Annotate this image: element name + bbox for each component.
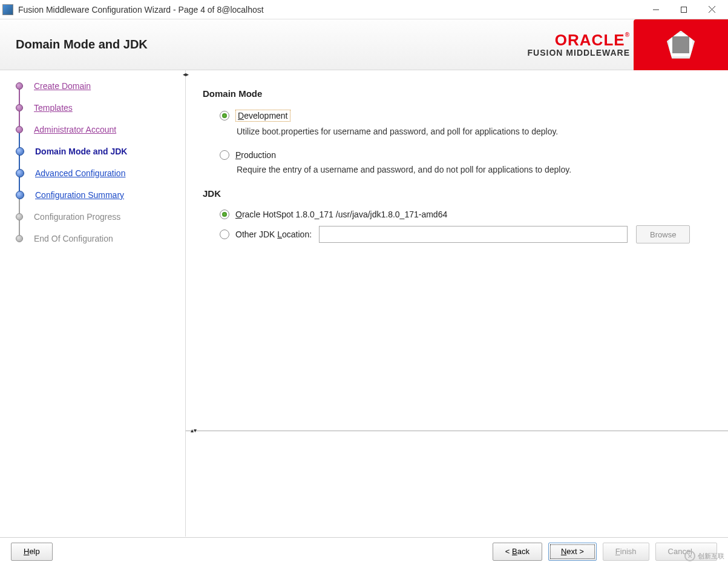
sidebar-step-admin-account[interactable]: Administrator Account: [0, 119, 185, 140]
sidebar-step-config-progress: Configuration Progress: [0, 206, 185, 228]
step-dot-icon: [16, 82, 23, 90]
domain-mode-production-row[interactable]: Production: [220, 150, 711, 160]
domain-mode-development-row[interactable]: Development: [220, 110, 711, 122]
step-label: Administrator Account: [34, 125, 116, 134]
titlebar: Fusion Middleware Configuration Wizard -…: [0, 0, 728, 19]
jdk-other-row[interactable]: Other JDK Location: Browse: [220, 225, 711, 243]
domain-mode-production-desc: Require the entry of a username and pass…: [237, 164, 711, 176]
browse-button[interactable]: Browse: [636, 225, 690, 243]
watermark: ✕ 创新互联: [684, 550, 724, 561]
brand-subtitle: FUSION MIDDLEWARE: [528, 48, 630, 58]
radio-jdk-other[interactable]: [220, 230, 229, 239]
sidebar-step-advanced-config[interactable]: Advanced Configuration: [0, 162, 185, 184]
bottom-message-panel: ▴▾: [186, 431, 728, 537]
section-title-domain-mode: Domain Mode: [203, 88, 711, 99]
step-dot-icon: [16, 169, 24, 177]
radio-development[interactable]: [220, 111, 229, 121]
step-label: Configuration Progress: [34, 212, 120, 222]
sidebar-step-templates[interactable]: Templates: [0, 97, 185, 119]
watermark-icon: ✕: [684, 550, 695, 561]
main-content: Domain Mode Development Utilize boot.pro…: [186, 70, 728, 431]
step-label: Advanced Configuration: [35, 168, 125, 178]
watermark-text: 创新互联: [698, 552, 724, 561]
help-button[interactable]: Help: [11, 543, 53, 561]
footer: Help < Back Next > Finish Cancel: [0, 537, 728, 565]
sidebar: Create Domain Templates Administrator Ac…: [0, 70, 185, 537]
radio-jdk-oracle[interactable]: [220, 210, 229, 219]
finish-button: Finish: [603, 543, 649, 561]
step-dot-icon: [16, 147, 24, 156]
radio-label-development: Development: [235, 110, 290, 122]
domain-mode-development-desc: Utilize boot.properties for username and…: [237, 125, 711, 138]
brand-band: [634, 19, 728, 70]
main-panel: ◂▸ Domain Mode Development Utilize boot.…: [185, 70, 728, 537]
step-label: Configuration Summary: [35, 190, 124, 200]
radio-label-jdk-oracle: Oracle HotSpot 1.8.0_171 /usr/java/jdk1.…: [235, 210, 447, 219]
step-label: Domain Mode and JDK: [35, 147, 127, 156]
radio-label-production: Production: [235, 150, 276, 160]
step-dot-icon: [16, 126, 23, 133]
minimize-button[interactable]: [642, 1, 670, 18]
step-label: End Of Configuration: [34, 234, 113, 243]
jdk-oracle-row[interactable]: Oracle HotSpot 1.8.0_171 /usr/java/jdk1.…: [220, 210, 711, 219]
step-dot-icon: [16, 191, 24, 199]
radio-production[interactable]: [220, 150, 229, 160]
step-label: Templates: [34, 103, 73, 113]
sidebar-step-end-config: End Of Configuration: [0, 228, 185, 249]
header: Domain Mode and JDK ORACLE® FUSION MIDDL…: [0, 19, 728, 70]
next-button[interactable]: Next >: [548, 543, 597, 561]
page-title: Domain Mode and JDK: [16, 38, 528, 51]
step-label: Create Domain: [34, 81, 91, 91]
bottom-panel-collapse-grip[interactable]: ▴▾: [191, 426, 197, 434]
sidebar-collapse-grip[interactable]: ◂▸: [183, 70, 189, 78]
radio-label-jdk-other: Other JDK Location:: [235, 230, 312, 239]
section-title-jdk: JDK: [203, 188, 711, 199]
body-row: Create Domain Templates Administrator Ac…: [0, 70, 728, 537]
svg-rect-1: [681, 7, 687, 12]
sidebar-step-config-summary[interactable]: Configuration Summary: [0, 184, 185, 206]
brand-block: ORACLE® FUSION MIDDLEWARE: [528, 32, 630, 58]
step-dot-icon: [16, 104, 23, 111]
jdk-other-location-input[interactable]: [319, 226, 628, 243]
back-button[interactable]: < Back: [493, 543, 542, 561]
window-controls: [642, 1, 726, 18]
app-icon: [2, 4, 13, 15]
maximize-button[interactable]: [670, 1, 698, 18]
brand-oracle: ORACLE®: [555, 32, 630, 48]
close-button[interactable]: [698, 1, 726, 18]
window-title: Fusion Middleware Configuration Wizard -…: [18, 5, 642, 15]
step-dot-icon: [16, 235, 23, 242]
sidebar-step-create-domain[interactable]: Create Domain: [0, 75, 185, 97]
pentagon-icon: [667, 31, 695, 59]
step-dot-icon: [16, 213, 23, 220]
sidebar-step-domain-mode-jdk[interactable]: Domain Mode and JDK: [0, 140, 185, 162]
